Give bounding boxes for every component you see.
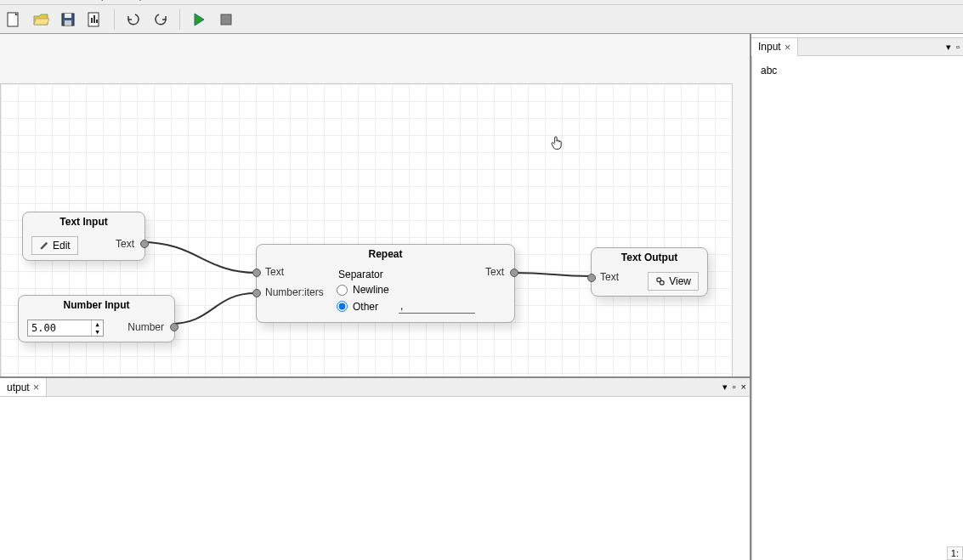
menu-item-help[interactable]: Help xyxy=(125,0,144,1)
node-title: Number Input xyxy=(19,296,174,314)
canvas-wrap: Text Input Edit Text Number Input xyxy=(0,34,750,376)
svg-rect-3 xyxy=(65,20,71,25)
node-title: Text Input xyxy=(23,212,144,231)
node-repeat[interactable]: Repeat Separator Newline Other xyxy=(256,244,515,323)
port-in-text-label: Text xyxy=(265,266,284,278)
graph-canvas[interactable]: Text Input Edit Text Number Input xyxy=(0,83,733,376)
dropdown-icon[interactable]: ▾ xyxy=(722,382,728,393)
panel-tabbar: utput × ▾ ▫ × xyxy=(0,378,750,397)
input-panel: Input × ▾ ▫ abc 1: xyxy=(751,34,963,560)
radio-other[interactable] xyxy=(337,301,348,312)
redo-icon[interactable] xyxy=(150,9,171,30)
toolbar xyxy=(0,5,963,34)
close-icon[interactable]: × xyxy=(33,381,40,393)
save-icon[interactable] xyxy=(58,9,78,30)
port-in[interactable] xyxy=(587,274,596,282)
port-out-label: Number xyxy=(127,321,164,333)
view-label: View xyxy=(669,275,691,287)
close-panel-icon[interactable]: × xyxy=(741,382,746,393)
output-tab-label: utput xyxy=(7,382,30,393)
separator-label: Separator xyxy=(338,269,507,280)
node-title: Text Output xyxy=(592,248,707,267)
radio-newline-label: Newline xyxy=(353,284,389,296)
input-tab[interactable]: Input × xyxy=(751,38,798,56)
view-button[interactable]: View xyxy=(648,272,699,291)
output-panel: utput × ▾ ▫ × xyxy=(0,376,750,560)
new-icon[interactable] xyxy=(3,9,24,30)
port-out[interactable] xyxy=(510,269,518,277)
port-out-label: Text xyxy=(485,266,504,278)
save-graph-icon[interactable] xyxy=(85,9,105,30)
undo-icon[interactable] xyxy=(123,9,144,30)
port-in-number-label: Number:iters xyxy=(265,286,324,298)
svg-rect-8 xyxy=(221,14,231,25)
output-tab[interactable]: utput × xyxy=(0,378,47,396)
svg-rect-6 xyxy=(93,15,95,23)
edit-label: Edit xyxy=(53,240,71,252)
edit-button[interactable]: Edit xyxy=(31,236,78,255)
input-content[interactable]: abc xyxy=(761,65,955,76)
radio-newline[interactable] xyxy=(337,285,348,296)
stop-icon[interactable] xyxy=(216,9,236,30)
menu-item[interactable]: e xyxy=(3,0,8,1)
port-out[interactable] xyxy=(140,240,149,248)
separator-other-input[interactable] xyxy=(399,299,475,314)
port-in-text[interactable] xyxy=(252,269,261,277)
right-tabbar: Input × ▾ ▫ xyxy=(751,37,963,56)
radio-other-label: Other xyxy=(353,301,378,313)
restore-icon[interactable]: ▫ xyxy=(733,382,736,393)
svg-rect-2 xyxy=(65,14,71,18)
node-number-input[interactable]: Number Input ▲ ▼ Number xyxy=(18,295,175,342)
restore-icon[interactable]: ▫ xyxy=(956,42,960,53)
spin-up-icon[interactable]: ▲ xyxy=(92,320,103,328)
node-text-output[interactable]: Text Output View Text xyxy=(591,247,708,297)
input-body[interactable]: abc 1: xyxy=(751,56,963,560)
menu-item-graph[interactable]: Graph xyxy=(86,0,112,1)
input-tab-label: Input xyxy=(758,41,781,53)
node-text-input[interactable]: Text Input Edit Text xyxy=(22,212,145,261)
port-in-number[interactable] xyxy=(252,289,261,297)
run-icon[interactable] xyxy=(189,9,209,30)
output-body xyxy=(0,397,750,560)
dropdown-icon[interactable]: ▾ xyxy=(946,42,951,53)
cursor-position: 1: xyxy=(947,546,963,560)
spin-down-icon[interactable]: ▼ xyxy=(92,328,103,336)
hand-cursor-icon xyxy=(549,133,566,152)
number-spinner[interactable]: ▲ ▼ xyxy=(27,320,104,337)
menu-item-edit[interactable]: Edit xyxy=(22,0,38,1)
port-out-label: Text xyxy=(116,238,134,250)
port-in-label: Text xyxy=(600,271,619,283)
svg-rect-5 xyxy=(91,18,93,23)
open-icon[interactable] xyxy=(31,9,51,30)
svg-rect-7 xyxy=(96,20,98,23)
node-title: Repeat xyxy=(257,245,514,263)
menu-item-view[interactable]: View xyxy=(52,0,72,1)
port-out[interactable] xyxy=(170,323,178,331)
svg-point-10 xyxy=(660,280,665,285)
close-icon[interactable]: × xyxy=(785,41,791,54)
number-input-value[interactable] xyxy=(31,322,82,334)
